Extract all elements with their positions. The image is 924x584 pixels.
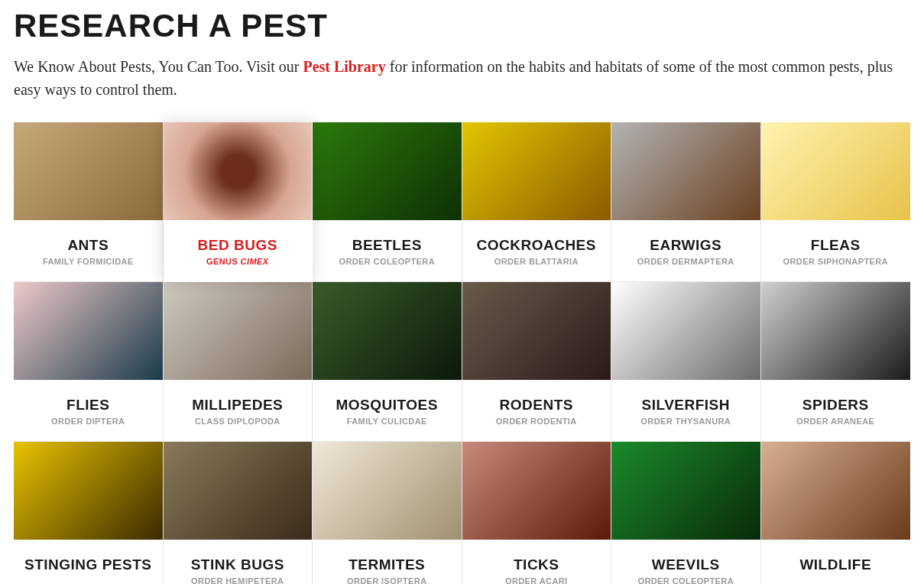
pest-name: ANTS (14, 237, 163, 254)
pest-image (313, 122, 462, 220)
pest-name: MILLIPEDES (164, 397, 313, 414)
pest-name: FLIES (14, 397, 163, 414)
pest-name: EARWIGS (611, 237, 760, 254)
pest-name: BEETLES (313, 237, 462, 254)
pest-card[interactable]: BEETLESORDER COLEOPTERA (313, 122, 462, 282)
pest-taxonomy: ORDER ARANEAE (761, 417, 911, 426)
pest-card[interactable]: STINGING PESTS (14, 442, 164, 584)
pest-name: FLEAS (761, 237, 911, 254)
pest-name: WILDLIFE (761, 556, 911, 573)
pest-image (14, 282, 163, 380)
pest-taxonomy: ORDER HEMIPETERA (164, 576, 313, 584)
intro-text: We Know About Pests, You Can Too. Visit … (14, 55, 908, 101)
pest-taxonomy: ORDER SIPHONAPTERA (761, 257, 911, 266)
pest-taxonomy: ORDER RODENTIA (462, 417, 611, 426)
pest-library-link[interactable]: Pest Library (303, 58, 385, 75)
pest-taxonomy: CLASS DIPLOPODA (164, 417, 313, 426)
pest-taxonomy: ORDER COLEOPTERA (313, 257, 462, 266)
pest-name: MOSQUITOES (313, 397, 462, 414)
intro-pre: We Know About Pests, You Can Too. Visit … (14, 58, 303, 75)
pest-image (164, 122, 313, 220)
pest-card[interactable]: ANTSFAMILY FORMICIDAE (14, 122, 164, 282)
pest-image (164, 442, 313, 540)
pest-card[interactable]: TERMITESORDER ISOPTERA (313, 442, 462, 584)
pest-image (313, 442, 462, 540)
pest-card[interactable]: FLEASORDER SIPHONAPTERA (761, 122, 911, 282)
pest-name: SILVERFISH (611, 397, 760, 414)
pest-name: BED BUGS (164, 237, 313, 254)
pest-image (611, 282, 760, 380)
pest-name: STINK BUGS (164, 556, 313, 573)
pest-taxonomy: ORDER ISOPTERA (313, 576, 462, 584)
pest-taxonomy: ORDER BLATTARIA (462, 257, 611, 266)
pest-image (462, 442, 611, 540)
pest-taxonomy: ORDER THYSANURA (611, 417, 760, 426)
pest-card[interactable]: COCKROACHESORDER BLATTARIA (462, 122, 612, 282)
pest-card[interactable]: EARWIGSORDER DERMAPTERA (611, 122, 761, 282)
pest-card[interactable]: WEEVILSORDER COLEOPTERA (611, 442, 761, 584)
pest-name: SPIDERS (761, 397, 911, 414)
pest-card[interactable]: BED BUGSGENUS CIMEX (164, 122, 313, 282)
pest-card[interactable]: MILLIPEDESCLASS DIPLOPODA (164, 282, 313, 442)
pest-image (164, 282, 313, 380)
pest-taxonomy: ORDER COLEOPTERA (611, 576, 760, 584)
pest-name: STINGING PESTS (14, 556, 163, 573)
pest-image (313, 282, 462, 380)
pest-name: TICKS (462, 556, 611, 573)
pest-image (462, 122, 611, 220)
pest-card[interactable]: RODENTSORDER RODENTIA (462, 282, 612, 442)
pest-image (611, 442, 760, 540)
pest-card[interactable]: TICKSORDER ACARI (462, 442, 612, 584)
pest-taxonomy: GENUS CIMEX (164, 257, 313, 266)
pest-taxonomy: ORDER DERMAPTERA (611, 257, 760, 266)
pest-grid: ANTSFAMILY FORMICIDAEBED BUGSGENUS CIMEX… (14, 122, 910, 584)
pest-image (611, 122, 760, 220)
pest-card[interactable]: WILDLIFE (761, 442, 911, 584)
pest-card[interactable]: SPIDERSORDER ARANEAE (761, 282, 911, 442)
pest-image (761, 122, 911, 220)
pest-image (761, 442, 911, 540)
pest-taxonomy: ORDER DIPTERA (14, 417, 163, 426)
pest-card[interactable]: MOSQUITOESFAMILY CULICDAE (313, 282, 462, 442)
pest-taxonomy: FAMILY FORMICIDAE (14, 257, 163, 266)
pest-image (761, 282, 911, 380)
pest-name: COCKROACHES (462, 237, 611, 254)
page-title: RESEARCH A PEST (14, 8, 910, 44)
pest-image (14, 442, 163, 540)
pest-image (14, 122, 163, 220)
pest-name: RODENTS (462, 397, 611, 414)
pest-card[interactable]: STINK BUGSORDER HEMIPETERA (164, 442, 313, 584)
pest-image (462, 282, 611, 380)
pest-card[interactable]: SILVERFISHORDER THYSANURA (611, 282, 761, 442)
pest-card[interactable]: FLIESORDER DIPTERA (14, 282, 164, 442)
pest-taxonomy: FAMILY CULICDAE (313, 417, 462, 426)
pest-name: TERMITES (313, 556, 462, 573)
pest-taxonomy: ORDER ACARI (462, 576, 611, 584)
pest-name: WEEVILS (611, 556, 760, 573)
